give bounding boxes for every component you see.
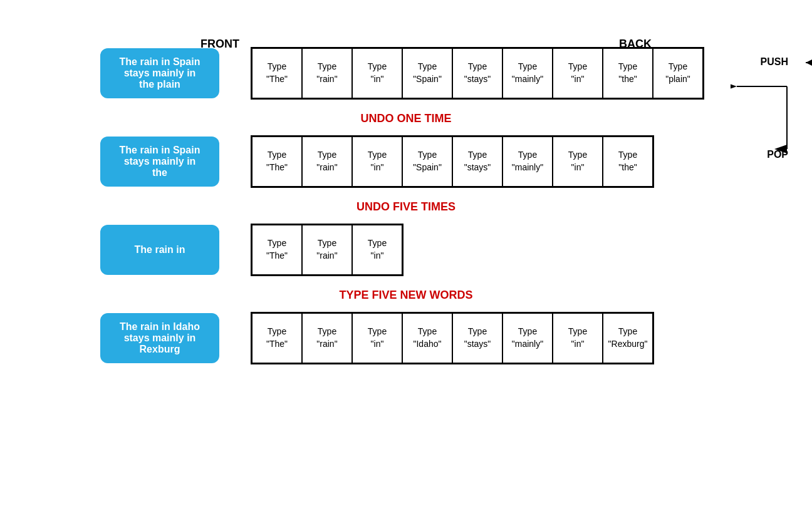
stack-cell: Type"mainly" xyxy=(502,313,553,363)
push-text: PUSH xyxy=(761,56,788,68)
stack-cell: Type"mainly" xyxy=(502,48,553,98)
svg-marker-1 xyxy=(806,59,812,66)
stack-cell: Type"in" xyxy=(352,137,402,187)
stack-type-five: Type"The"Type"rain"Type"in"Type"Idaho"Ty… xyxy=(251,312,654,364)
stack-cell: Type"rain" xyxy=(302,313,352,363)
divider-undo-one: UNDO ONE TIME xyxy=(0,100,812,135)
stack-cell: Type"stays" xyxy=(452,313,502,363)
stack-cell: Type"The" xyxy=(252,313,302,363)
section-label-type-five: TYPE FIVE NEW WORDS xyxy=(0,289,812,302)
stack-cell: Type"The" xyxy=(252,225,302,275)
page-container: FRONT BACK PUSH xyxy=(0,0,812,389)
stack-cell: Type"in" xyxy=(553,48,603,98)
section-initial: FRONT BACK PUSH xyxy=(0,38,812,100)
stack-cell: Type"rain" xyxy=(302,225,352,275)
stack-cell: Type"rain" xyxy=(302,48,352,98)
push-pop-arrows xyxy=(799,44,812,132)
stack-cell: Type"Idaho" xyxy=(402,313,452,363)
stack-cell: Type"plain" xyxy=(653,48,703,98)
push-pop-area: PUSH POP xyxy=(731,56,793,160)
row-undo-five: The rain in Type"The"Type"rain"Type"in" xyxy=(0,224,812,276)
label-initial: The rain in Spain stays mainly in the pl… xyxy=(100,48,219,98)
label-undo-one: The rain in Spain stays mainly in the xyxy=(100,137,219,187)
stack-cell: Type"the" xyxy=(603,137,653,187)
pop-text: POP xyxy=(767,149,788,160)
stack-cell: Type"stays" xyxy=(452,137,502,187)
stack-cell: Type"in" xyxy=(352,48,402,98)
stack-cell: Type"Rexburg" xyxy=(603,313,653,363)
stack-cell: Type"in" xyxy=(553,313,603,363)
stack-undo-five: Type"The"Type"rain"Type"in" xyxy=(251,224,403,276)
stack-cell: Type"in" xyxy=(352,225,402,275)
front-label: FRONT xyxy=(200,38,239,51)
row-type-five: The rain in Idaho stays mainly in Rexbur… xyxy=(0,312,812,364)
divider-type-five: TYPE FIVE NEW WORDS xyxy=(0,276,812,312)
stack-cell: Type"The" xyxy=(252,48,302,98)
back-label: BACK xyxy=(619,38,652,51)
section-label-undo-one: UNDO ONE TIME xyxy=(0,112,812,125)
label-undo-five: The rain in xyxy=(100,225,219,275)
stack-cell: Type"the" xyxy=(603,48,653,98)
section-label-undo-five: UNDO FIVE TIMES xyxy=(0,200,812,214)
stack-initial: Type"The"Type"rain"Type"in"Type"Spain"Ty… xyxy=(251,47,704,100)
stack-cell: Type"stays" xyxy=(452,48,502,98)
stack-cell: Type"in" xyxy=(553,137,603,187)
stack-cell: Type"Spain" xyxy=(402,48,452,98)
divider-undo-five: UNDO FIVE TIMES xyxy=(0,188,812,224)
arrows-svg xyxy=(731,68,793,162)
stack-cell: Type"rain" xyxy=(302,137,352,187)
row-initial: The rain in Spain stays mainly in the pl… xyxy=(0,47,812,100)
stack-undo-one: Type"The"Type"rain"Type"in"Type"Spain"Ty… xyxy=(251,135,654,188)
stack-cell: Type"mainly" xyxy=(502,137,553,187)
stack-cell: Type"in" xyxy=(352,313,402,363)
stack-cell: Type"The" xyxy=(252,137,302,187)
label-type-five: The rain in Idaho stays mainly in Rexbur… xyxy=(100,313,219,363)
row-undo-one: The rain in Spain stays mainly in the Ty… xyxy=(0,135,812,188)
stack-cell: Type"Spain" xyxy=(402,137,452,187)
